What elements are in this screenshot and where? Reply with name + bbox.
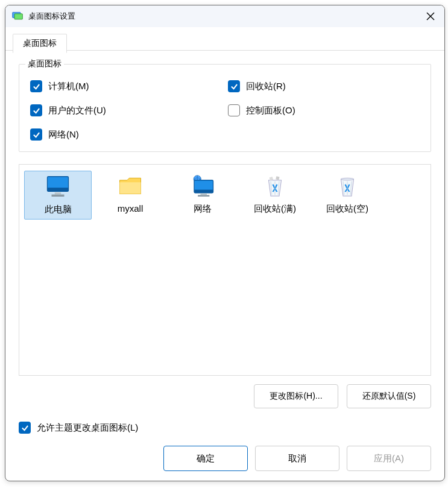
icon-item-this-pc[interactable]: 此电脑 [24,171,92,220]
icon-label: 回收站(满) [254,203,296,215]
ok-button[interactable]: 确定 [163,446,248,471]
icon-item-recycle-empty[interactable]: 回收站(空) [314,171,381,218]
checkbox-label: 计算机(M) [48,81,89,92]
recycle-bin-empty-icon [335,174,360,198]
checkmark-icon [19,422,31,434]
icon-label: 此电脑 [45,204,72,215]
svg-rect-6 [55,192,62,195]
checkbox-network[interactable]: 网络(N) [30,128,222,141]
content-area: 桌面图标 计算机(M) 回收站(R) 用户的文件(U) 控制面板(O) [5,50,444,442]
svg-rect-5 [48,188,69,191]
checkbox-empty-icon [228,104,240,116]
desktop-icons-group: 桌面图标 计算机(M) 回收站(R) 用户的文件(U) 控制面板(O) [19,64,431,152]
monitor-icon [45,175,71,199]
svg-rect-12 [198,195,209,197]
checkbox-control-panel[interactable]: 控制面板(O) [228,104,420,116]
change-icon-button[interactable]: 更改图标(H)... [254,384,338,408]
recycle-bin-full-icon [262,174,288,198]
svg-rect-7 [52,194,65,197]
svg-rect-1 [14,14,22,19]
icon-item-recycle-full[interactable]: 回收站(满) [241,171,309,218]
network-monitor-icon [190,174,215,198]
checkbox-allow-theme-change[interactable]: 允许主题更改桌面图标(L) [19,422,431,434]
titlebar: 桌面图标设置 [5,5,444,27]
svg-point-18 [341,178,354,180]
checkmark-icon [228,80,240,92]
checkmark-icon [30,128,42,141]
checkbox-label: 用户的文件(U) [48,105,106,116]
svg-rect-10 [194,189,213,192]
display-settings-icon [11,10,24,22]
checkbox-user-files[interactable]: 用户的文件(U) [30,104,222,116]
checkbox-label: 允许主题更改桌面图标(L) [37,422,138,434]
icon-label: 网络 [194,203,212,215]
icon-label: 回收站(空) [326,203,368,215]
svg-rect-11 [201,193,207,195]
restore-default-button[interactable]: 还原默认值(S) [347,384,431,408]
icon-item-network[interactable]: 网络 [169,171,236,218]
apply-button[interactable]: 应用(A) [347,446,431,471]
desktop-icon-settings-dialog: 桌面图标设置 桌面图标 桌面图标 计算机(M) 回收站(R) 用户的文件( [5,5,445,481]
close-icon [426,12,435,21]
dialog-title: 桌面图标设置 [28,11,417,22]
checkbox-label: 网络(N) [48,129,79,141]
checkmark-icon [30,80,42,92]
checkbox-recycle-bin[interactable]: 回收站(R) [228,80,420,92]
folder-icon [118,174,143,198]
checkmark-icon [30,104,42,116]
checkbox-label: 控制面板(O) [246,105,295,116]
dialog-button-row: 确定 取消 应用(A) [5,442,444,481]
icon-item-user-folder[interactable]: myxall [96,171,164,217]
cancel-button[interactable]: 取消 [255,446,339,471]
tab-desktop-icons[interactable]: 桌面图标 [13,34,67,53]
group-title: 桌面图标 [25,59,64,69]
checkbox-computer[interactable]: 计算机(M) [30,80,222,92]
checkbox-label: 回收站(R) [246,81,286,92]
icon-label: myxall [118,203,144,214]
icon-preview-list[interactable]: 此电脑 myxall 网络 回收站(满) [19,164,431,376]
svg-rect-14 [276,176,279,180]
close-button[interactable] [417,5,444,27]
tab-row: 桌面图标 [5,27,444,50]
